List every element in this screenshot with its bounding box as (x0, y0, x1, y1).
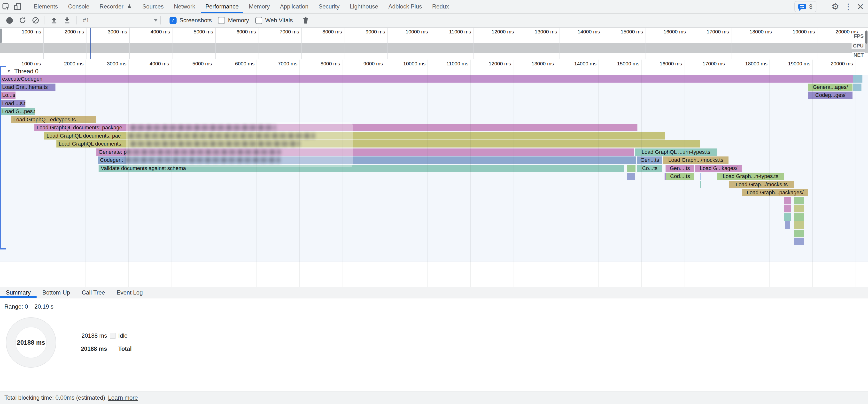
tab-adblock-plus[interactable]: Adblock Plus (383, 0, 427, 13)
overview-tick (516, 28, 516, 59)
overview-tick (817, 28, 817, 59)
flame-bar[interactable] (794, 205, 804, 212)
toolbar-checkboxes: ✓ScreenshotsMemoryWeb Vitals (169, 17, 299, 24)
tab-security[interactable]: Security (313, 0, 345, 13)
divider (160, 16, 161, 25)
flame-bar[interactable] (794, 213, 804, 221)
redacted-text-smudge (130, 141, 300, 147)
flame-bar[interactable]: Gen....ts (665, 165, 694, 172)
issues-counter-button[interactable]: 3 (795, 1, 816, 12)
status-bar: Total blocking time: 0.00ms (estimated) … (0, 391, 868, 404)
flame-bar[interactable] (794, 221, 804, 229)
tab-application[interactable]: Application (275, 0, 313, 13)
tab-sources[interactable]: Sources (137, 0, 169, 13)
overview-tick (215, 28, 216, 59)
overview-tick-label: 17000 ms (690, 29, 729, 35)
redacted-text-smudge (126, 150, 281, 155)
overview-tick-label: 9000 ms (346, 29, 385, 35)
flame-bar[interactable] (853, 75, 862, 83)
gridline (428, 60, 428, 287)
tab-redux[interactable]: Redux (427, 0, 454, 13)
screenshots-checkbox[interactable]: ✓ (169, 17, 177, 24)
flame-bar[interactable] (627, 173, 635, 180)
ruler-tick-label: 8000 ms (301, 60, 340, 67)
learn-more-link[interactable]: Learn more (108, 394, 138, 401)
flame-bar[interactable]: Load Graph.../mocks.ts (663, 156, 728, 164)
flame-bar[interactable] (664, 173, 666, 180)
web-vitals-checkbox-label: Web Vitals (265, 17, 293, 24)
settings-gear-icon[interactable]: ⚙ (831, 2, 839, 11)
history-dropdown[interactable]: #1 (83, 14, 158, 27)
flame-bar[interactable]: Gen...ts (637, 156, 662, 164)
reload-and-record-button[interactable] (16, 14, 29, 27)
tab-console[interactable]: Console (63, 0, 94, 13)
thread-header[interactable]: ▼ Thread 0 (7, 67, 38, 75)
tab-summary[interactable]: Summary (0, 287, 37, 298)
close-devtools-icon[interactable]: × (857, 1, 864, 12)
flame-bar[interactable] (784, 205, 791, 212)
strip-label-fps: FPS (852, 33, 865, 39)
flame-bar[interactable] (700, 181, 702, 188)
tab-event-log[interactable]: Event Log (111, 287, 149, 298)
flame-bar[interactable]: Load ...s.ts (0, 100, 25, 107)
device-toolbar-icon[interactable] (11, 1, 23, 12)
overview-tick (43, 28, 43, 59)
overview-tick-label: 6000 ms (217, 29, 256, 35)
load-profile-button[interactable] (48, 14, 61, 27)
tab-performance[interactable]: Performance (200, 0, 244, 13)
web-vitals-checkbox[interactable] (255, 17, 262, 24)
flame-bar[interactable] (627, 165, 636, 172)
save-profile-button[interactable] (61, 14, 73, 27)
overview-left-handle[interactable] (0, 29, 2, 43)
flame-bar[interactable]: Load G...pes.ts (0, 108, 35, 115)
flame-bar[interactable]: Lo...s (0, 92, 16, 99)
overview-tick (602, 28, 602, 59)
flame-bar[interactable] (853, 84, 862, 91)
flame-bar[interactable]: Load Graph...n-types.ts (717, 173, 784, 180)
delete-recording-button[interactable] (299, 14, 312, 27)
memory-checkbox[interactable] (218, 17, 225, 24)
flame-bar[interactable] (700, 173, 702, 180)
tab-bottom-up[interactable]: Bottom-Up (37, 287, 76, 298)
flame-bar[interactable]: Load GraphQ...ed/types.ts (11, 116, 96, 123)
flame-bar[interactable] (794, 197, 804, 205)
ruler-tick-label: 7000 ms (259, 60, 298, 67)
collapse-triangle-icon[interactable]: ▼ (7, 69, 11, 74)
tab-elements[interactable]: Elements (29, 0, 63, 13)
chevron-down-icon (154, 19, 158, 22)
flame-bar[interactable]: Co...ts (637, 165, 662, 172)
tab-lighthouse[interactable]: Lighthouse (345, 0, 383, 13)
record-button[interactable] (3, 14, 16, 27)
issues-count: 3 (809, 3, 812, 10)
gridline (727, 60, 727, 287)
overview-tick-label: 11000 ms (432, 29, 471, 35)
tab-label: Memory (249, 3, 270, 10)
flame-bar[interactable]: Load G...kages/ (695, 165, 742, 172)
more-options-kebab-icon[interactable]: ⋮ (844, 2, 852, 11)
tab-recorder[interactable]: Recorder (94, 0, 137, 13)
flame-bar[interactable] (785, 221, 790, 229)
thread-title: Thread 0 (14, 68, 38, 75)
flame-bar[interactable] (784, 197, 791, 205)
flame-bar[interactable]: Genera...ages/ (808, 84, 852, 91)
tab-memory[interactable]: Memory (244, 0, 275, 13)
flame-bar[interactable]: Cod....ts (666, 173, 694, 180)
overview-tick (774, 28, 774, 59)
clear-recording-button[interactable] (29, 14, 42, 27)
overview-tick-label: 19000 ms (776, 29, 815, 35)
flame-bar[interactable] (794, 238, 804, 245)
summary-legend: 20188 msIdle20188 msTotal (80, 332, 132, 352)
flame-bar[interactable] (784, 213, 791, 221)
flame-bar[interactable]: executeCodegen (0, 75, 853, 83)
tab-network[interactable]: Network (169, 0, 200, 13)
flame-bar[interactable]: Load Gra...hema.ts (0, 84, 56, 91)
flame-bar[interactable]: Load GraphQL ...urn-types.ts (635, 149, 717, 156)
flame-bar[interactable]: Load Graph...packages/ (742, 189, 808, 196)
flame-bar[interactable]: Load Grap.../mocks.ts (729, 181, 794, 188)
inspect-element-icon[interactable] (0, 1, 11, 12)
vertical-scrollbar-thumb[interactable] (865, 31, 868, 43)
flame-bar[interactable]: Codeg...ges/ (808, 92, 852, 99)
flame-bar[interactable] (794, 229, 804, 237)
tab-label: Network (174, 3, 195, 10)
tab-call-tree[interactable]: Call Tree (76, 287, 111, 298)
